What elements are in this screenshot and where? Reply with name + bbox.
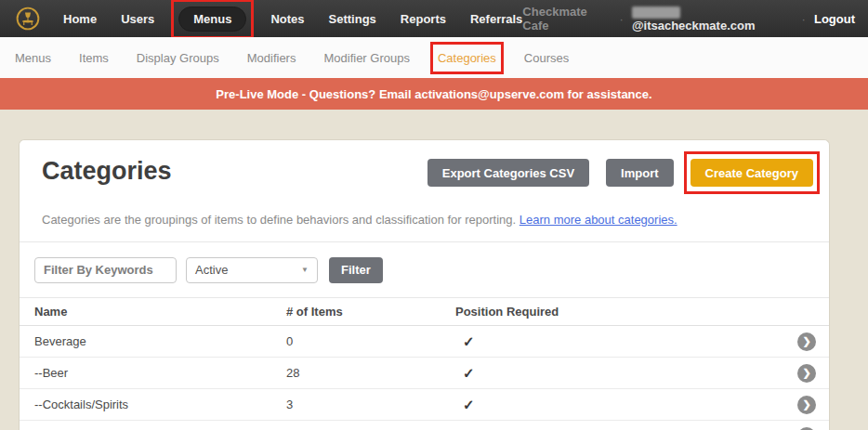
description-text: Categories are the groupings of items to… — [42, 213, 516, 227]
header-buttons: Export Categories CSV Import Create Cate… — [427, 159, 813, 187]
table-row[interactable]: --Beer 28 ✓ ❯ — [20, 358, 829, 389]
account-area: Checkmate Cafe · @itsacheckmate.com · Lo… — [522, 5, 855, 33]
separator-dot: · — [620, 12, 624, 26]
restaurant-name: Checkmate Cafe — [522, 5, 611, 33]
categories-table: Name # of Items Position Required Bevera… — [20, 297, 829, 430]
topnav-items: Home Users Menus Notes Settings Reports … — [63, 7, 522, 32]
subnav-item-courses[interactable]: Courses — [524, 51, 569, 65]
filter-button[interactable]: Filter — [329, 257, 383, 283]
header-name: Name — [20, 305, 286, 319]
create-category-wrap: Create Category — [690, 159, 813, 187]
category-name: --Cocktails/Spirits — [20, 397, 286, 411]
status-select[interactable]: Active ▼ — [186, 257, 318, 283]
nav-item-users[interactable]: Users — [121, 12, 154, 26]
caret-down-icon: ▼ — [301, 266, 309, 274]
filter-keywords-input[interactable] — [34, 257, 177, 283]
banner-text: Pre-Live Mode - Questions? Email activat… — [216, 87, 651, 101]
redacted-email-prefix — [632, 7, 680, 19]
export-categories-csv-button[interactable]: Export Categories CSV — [427, 159, 589, 187]
nav-item-referrals[interactable]: Referrals — [470, 12, 522, 26]
table-row[interactable]: Beverage 0 ✓ ❯ — [20, 326, 829, 358]
table-header-row: Name # of Items Position Required — [20, 298, 829, 326]
filter-section: Active ▼ Filter — [20, 241, 829, 297]
nav-item-menus-label: Menus — [193, 12, 231, 26]
breadcrumb-logo-icon[interactable] — [15, 6, 41, 32]
category-item-count: 0 — [286, 334, 455, 348]
user-email: @itsacheckmate.com — [632, 5, 794, 33]
subnav-item-categories-label: Categories — [438, 51, 496, 65]
subnav-item-modifiers[interactable]: Modifiers — [247, 51, 296, 65]
menus-sub-navigation: Menus Items Display Groups Modifiers Mod… — [0, 37, 868, 78]
chevron-right-icon[interactable]: ❯ — [797, 332, 816, 351]
subnav-item-menus[interactable]: Menus — [15, 51, 51, 65]
nav-item-notes[interactable]: Notes — [270, 12, 304, 26]
nav-item-reports[interactable]: Reports — [401, 12, 446, 26]
nav-item-home[interactable]: Home — [63, 12, 97, 26]
pre-live-mode-banner: Pre-Live Mode - Questions? Email activat… — [0, 78, 868, 110]
subnav-item-display-groups[interactable]: Display Groups — [137, 51, 219, 65]
learn-more-link[interactable]: Learn more about categories. — [519, 213, 677, 227]
nav-item-settings[interactable]: Settings — [329, 12, 376, 26]
logout-link[interactable]: Logout — [814, 12, 855, 26]
category-name: --Beer — [20, 366, 286, 380]
create-category-button[interactable]: Create Category — [690, 159, 813, 187]
category-item-count: 28 — [286, 366, 455, 380]
top-navigation-bar: Home Users Menus Notes Settings Reports … — [0, 0, 868, 37]
email-domain: @itsacheckmate.com — [632, 19, 756, 33]
header-position-required: Position Required — [455, 305, 829, 319]
categories-description: Categories are the groupings of items to… — [42, 213, 807, 227]
check-icon: ✓ — [455, 397, 475, 413]
category-item-count: 3 — [286, 397, 455, 411]
subnav-item-items[interactable]: Items — [79, 51, 109, 65]
table-row[interactable]: --Cocktails/Spirits 3 ✓ ❯ — [20, 389, 829, 421]
chevron-right-icon[interactable]: ❯ — [797, 364, 816, 383]
check-icon: ✓ — [455, 333, 475, 350]
subnav-item-categories[interactable]: Categories — [438, 51, 496, 65]
category-name: Beverage — [20, 334, 286, 348]
separator-dot: · — [802, 12, 806, 26]
status-select-value: Active — [195, 263, 228, 277]
header-num-items: # of Items — [286, 305, 455, 319]
categories-card: Categories Export Categories CSV Import … — [19, 139, 830, 430]
table-row-partial[interactable]: ✓ ❯ — [20, 421, 829, 430]
check-icon: ✓ — [455, 365, 475, 382]
nav-item-menus[interactable]: Menus — [178, 7, 246, 32]
subnav-item-modifier-groups[interactable]: Modifier Groups — [323, 51, 409, 65]
import-button[interactable]: Import — [606, 159, 673, 187]
card-header: Categories Export Categories CSV Import … — [20, 140, 829, 192]
chevron-right-icon[interactable]: ❯ — [797, 396, 816, 414]
